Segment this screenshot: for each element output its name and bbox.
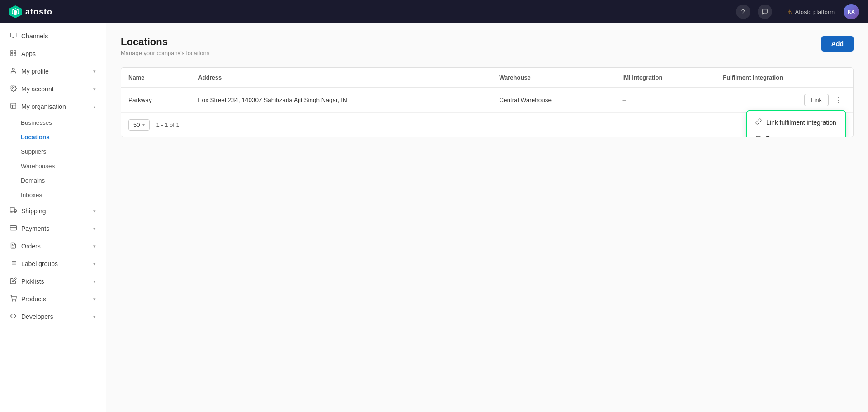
- sidebar-item-developers[interactable]: Developers ▾: [2, 308, 104, 325]
- sidebar-item-my-account[interactable]: My account ▾: [2, 80, 104, 98]
- payments-label: Payments: [21, 225, 49, 232]
- sidebar-item-my-profile[interactable]: My profile ▾: [2, 63, 104, 80]
- svg-rect-11: [11, 103, 16, 108]
- col-warehouse: Warehouse: [492, 68, 615, 88]
- pagination-info: 1 - 1 of 1: [156, 122, 179, 128]
- svg-point-9: [12, 68, 14, 70]
- svg-point-27: [15, 301, 16, 301]
- sidebar-item-shipping[interactable]: Shipping ▾: [2, 202, 104, 220]
- label-groups-icon: [10, 260, 17, 268]
- avatar[interactable]: KA: [844, 4, 859, 19]
- products-icon: [10, 295, 17, 303]
- shipping-icon: [10, 207, 17, 215]
- sidebar-sub-businesses[interactable]: Businesses: [21, 116, 104, 130]
- link-fulfilment-button[interactable]: Link: [804, 94, 829, 106]
- sidebar-sub-domains[interactable]: Domains: [21, 173, 104, 187]
- apps-label: Apps: [21, 50, 36, 57]
- shipping-chevron: ▾: [93, 208, 96, 214]
- col-fulfilment: Fulfilment integration: [716, 68, 853, 88]
- account-chevron: ▾: [93, 86, 96, 92]
- per-page-chevron: ▾: [142, 122, 145, 127]
- developers-icon: [10, 313, 17, 321]
- sidebar-sub-locations[interactable]: Locations: [21, 130, 104, 144]
- trash-icon: [755, 135, 761, 137]
- label-groups-chevron: ▾: [93, 261, 96, 267]
- link-integration-icon: [755, 118, 762, 126]
- developers-chevron: ▾: [93, 314, 96, 320]
- col-name: Name: [121, 68, 191, 88]
- per-page-select[interactable]: 50 ▾: [128, 119, 150, 131]
- dropdown-link-item[interactable]: Link fulfilment integration: [747, 114, 845, 131]
- sidebar-item-products[interactable]: Products ▾: [2, 290, 104, 308]
- svg-point-26: [12, 301, 13, 301]
- org-chevron: ▴: [93, 104, 96, 110]
- shipping-label: Shipping: [21, 207, 46, 215]
- products-label: Products: [21, 295, 46, 303]
- svg-point-14: [11, 211, 12, 213]
- sidebar-item-orders[interactable]: Orders ▾: [2, 238, 104, 255]
- developers-label: Developers: [21, 313, 53, 320]
- more-actions-button[interactable]: ⋮: [831, 94, 846, 106]
- cell-name: Parkway: [121, 88, 191, 113]
- page-header: Locations Manage your company's location…: [121, 36, 854, 56]
- svg-rect-5: [11, 51, 13, 52]
- cell-address: Fox Street 234, 140307 Sahibzada Ajit Si…: [191, 88, 492, 113]
- svg-rect-8: [14, 54, 16, 56]
- help-button[interactable]: ?: [736, 5, 750, 19]
- account-icon: [10, 85, 17, 93]
- action-cell: Link ⋮ Link fulfilment integration: [723, 94, 846, 106]
- add-button[interactable]: Add: [821, 36, 854, 52]
- picklists-label: Picklists: [21, 278, 44, 285]
- dropdown-link-label: Link fulfilment integration: [766, 119, 836, 126]
- channels-label: Channels: [21, 33, 48, 40]
- cell-imi: –: [615, 88, 716, 113]
- channels-icon: [10, 32, 17, 40]
- table-body: Parkway Fox Street 234, 140307 Sahibzada…: [121, 88, 853, 113]
- profile-chevron: ▾: [93, 69, 96, 75]
- apps-icon: [10, 50, 17, 58]
- svg-rect-2: [10, 33, 16, 37]
- svg-rect-16: [10, 226, 17, 230]
- sidebar-item-picklists[interactable]: Picklists ▾: [2, 273, 104, 290]
- sidebar-item-label-groups[interactable]: Label groups ▾: [2, 255, 104, 272]
- sidebar-item-payments[interactable]: Payments ▾: [2, 220, 104, 237]
- logo-area: afosto: [9, 5, 731, 18]
- my-profile-label: My profile: [21, 68, 49, 75]
- orders-chevron: ▾: [93, 243, 96, 249]
- svg-rect-7: [11, 54, 13, 56]
- svg-marker-13: [14, 209, 16, 211]
- sidebar-item-apps[interactable]: Apps: [2, 45, 104, 62]
- locations-table: Name Address Warehouse IMI integration F…: [121, 68, 853, 112]
- svg-marker-1: [14, 10, 17, 14]
- logo-text: afosto: [25, 7, 52, 17]
- org-icon: [10, 103, 17, 111]
- col-imi: IMI integration: [615, 68, 716, 88]
- platform-label: Afosto platform: [795, 9, 835, 15]
- col-address: Address: [191, 68, 492, 88]
- page-title: Locations: [121, 36, 209, 48]
- main-content: Locations Manage your company's location…: [106, 23, 868, 412]
- table-row: Parkway Fox Street 234, 140307 Sahibzada…: [121, 88, 853, 113]
- table-header: Name Address Warehouse IMI integration F…: [121, 68, 853, 88]
- orders-icon: [10, 242, 17, 250]
- sidebar-sub-inboxes[interactable]: Inboxes: [21, 188, 104, 202]
- locations-table-container: Name Address Warehouse IMI integration F…: [121, 67, 854, 137]
- sidebar-item-my-organisation[interactable]: My organisation ▴: [2, 98, 104, 115]
- sidebar-sub-suppliers[interactable]: Suppliers: [21, 145, 104, 159]
- topnav: afosto ? ⚠ Afosto platform KA: [0, 0, 868, 23]
- sidebar: Channels Apps My profile ▾ My account ▾: [0, 23, 106, 412]
- sidebar-sub-warehouses[interactable]: Warehouses: [21, 159, 104, 173]
- my-account-label: My account: [21, 85, 54, 93]
- svg-rect-12: [10, 208, 14, 211]
- platform-button[interactable]: ⚠ Afosto platform: [783, 7, 838, 17]
- products-chevron: ▾: [93, 296, 96, 302]
- svg-point-10: [13, 88, 14, 89]
- picklists-chevron: ▾: [93, 279, 96, 285]
- dropdown-remove-item[interactable]: Remove: [747, 131, 845, 137]
- sidebar-item-channels[interactable]: Channels: [2, 28, 104, 45]
- afosto-logo-icon: [9, 5, 22, 18]
- nav-divider: [778, 5, 778, 19]
- chat-button[interactable]: [758, 5, 772, 19]
- picklists-icon: [10, 277, 17, 286]
- orders-label: Orders: [21, 243, 41, 250]
